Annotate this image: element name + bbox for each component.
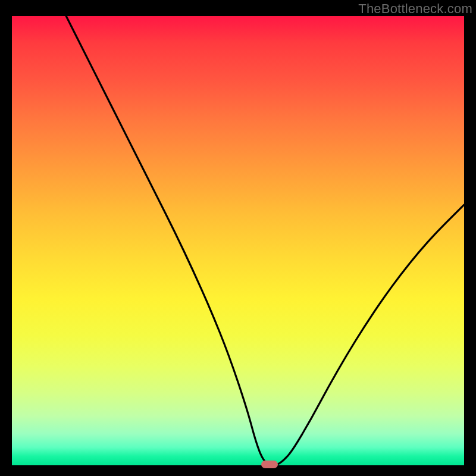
plot-area [12, 16, 464, 465]
optimum-marker [261, 461, 278, 468]
curve-layer [12, 16, 464, 465]
watermark-text: TheBottleneck.com [358, 1, 472, 17]
bottleneck-curve [66, 16, 464, 465]
chart-frame: TheBottleneck.com [0, 0, 476, 476]
